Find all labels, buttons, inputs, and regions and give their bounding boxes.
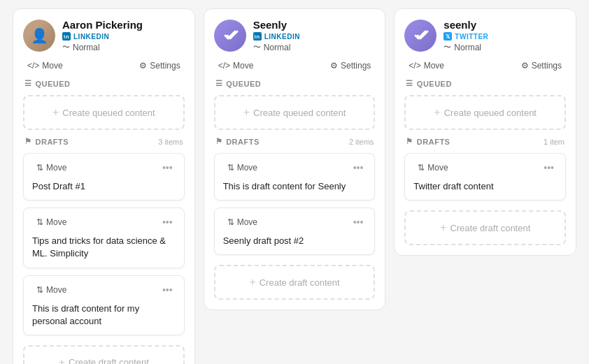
plus-icon: +	[434, 106, 440, 119]
status-badge: 〜 Normal	[443, 42, 488, 52]
queued-section-header: ☰ QUEUED	[404, 79, 566, 88]
drafts-label: ⚑ DRAFTS	[24, 137, 69, 146]
draft-content: Post Draft #1	[32, 180, 176, 193]
drafts-count: 2 items	[349, 138, 374, 146]
wave-icon: 〜	[62, 42, 70, 52]
move-arrows-icon: ⇅	[227, 217, 234, 227]
draft-card: ⇅ Move ••• Seenly draft post #2	[214, 208, 376, 255]
top-actions: </> Move ⚙ Settings	[404, 59, 566, 72]
draft-card: ⇅ Move ••• Twitter draft content	[404, 153, 566, 201]
draft-options-button[interactable]: •••	[541, 161, 557, 175]
queued-section-header: ☰ QUEUED	[23, 79, 185, 88]
move-button[interactable]: </> Move	[406, 59, 447, 72]
status-badge: 〜 Normal	[253, 42, 300, 52]
settings-icon: ⚙	[521, 61, 529, 71]
wave-icon: 〜	[253, 42, 261, 52]
draft-move-button[interactable]: ⇅ Move	[32, 161, 71, 174]
draft-move-button[interactable]: ⇅ Move	[32, 216, 71, 228]
avatar: 👤	[23, 20, 55, 52]
drafts-icon: ⚑	[24, 137, 32, 146]
plus-icon: +	[249, 276, 255, 289]
create-draft-label: + Create draft content	[59, 356, 149, 364]
create-draft-area[interactable]: + Create draft content	[404, 210, 566, 245]
profile-name: Aaron Pickering	[62, 19, 143, 31]
settings-button[interactable]: ⚙ Settings	[136, 59, 183, 72]
queued-icon: ☰	[406, 79, 413, 88]
draft-card-header: ⇅ Move •••	[32, 215, 176, 229]
create-queued-label: + Create queued content	[52, 106, 155, 119]
move-arrows-icon: ⇅	[36, 285, 43, 295]
plus-icon: +	[243, 106, 250, 119]
plus-icon: +	[440, 221, 446, 234]
create-queued-area[interactable]: + Create queued content	[214, 95, 376, 130]
draft-move-button[interactable]: ⇅ Move	[223, 216, 262, 228]
draft-card-header: ⇅ Move •••	[32, 283, 176, 297]
move-arrows-icon: ⇅	[36, 163, 43, 173]
settings-icon: ⚙	[330, 61, 338, 71]
create-queued-label: + Create queued content	[243, 106, 346, 119]
draft-move-button[interactable]: ⇅ Move	[223, 161, 262, 174]
draft-content: This is draft content for Seenly	[223, 180, 367, 193]
profile-info: Seenly in LINKEDIN 〜 Normal	[253, 19, 300, 52]
queued-label: ☰ QUEUED	[215, 79, 262, 88]
avatar	[214, 20, 246, 52]
column-seenly-twitter: seenly 𝕏 TWITTER 〜 Normal </> Move ⚙ Set…	[394, 8, 576, 256]
profile-info: Aaron Pickering in LINKEDIN 〜 Normal	[62, 19, 143, 52]
draft-options-button[interactable]: •••	[159, 283, 176, 297]
move-button[interactable]: </> Move	[215, 59, 257, 72]
drafts-count: 1 item	[544, 138, 565, 146]
move-arrows-icon: ⇅	[227, 163, 234, 173]
plus-icon: +	[59, 356, 65, 364]
create-draft-area[interactable]: + Create draft content	[23, 345, 185, 364]
drafts-label: ⚑ DRAFTS	[406, 137, 450, 146]
move-button[interactable]: </> Move	[24, 59, 66, 72]
settings-button[interactable]: ⚙ Settings	[518, 59, 565, 72]
draft-card-header: ⇅ Move •••	[223, 215, 367, 229]
draft-move-button[interactable]: ⇅ Move	[413, 161, 452, 174]
queued-section-header: ☰ QUEUED	[214, 79, 376, 88]
drafts-count: 3 items	[158, 138, 183, 146]
draft-card-header: ⇅ Move •••	[223, 161, 367, 175]
create-draft-label: + Create draft content	[249, 276, 339, 289]
draft-card-header: ⇅ Move •••	[413, 161, 557, 175]
create-queued-area[interactable]: + Create queued content	[404, 95, 566, 130]
drafts-section-header: ⚑ DRAFTS 3 items	[23, 137, 185, 146]
drafts-icon: ⚑	[215, 137, 223, 146]
move-arrows-icon: ⇅	[418, 163, 425, 173]
draft-options-button[interactable]: •••	[159, 215, 176, 229]
drafts-label: ⚑ DRAFTS	[215, 137, 260, 146]
draft-move-button[interactable]: ⇅ Move	[32, 284, 71, 296]
draft-card: ⇅ Move ••• This is draft content for my …	[23, 275, 185, 335]
profile-name: Seenly	[253, 19, 300, 31]
draft-options-button[interactable]: •••	[159, 161, 176, 175]
drafts-section-header: ⚑ DRAFTS 1 item	[404, 137, 566, 146]
linkedin-icon: in	[62, 32, 71, 41]
settings-button[interactable]: ⚙ Settings	[327, 59, 374, 72]
social-badge: 𝕏 TWITTER	[443, 32, 488, 41]
move-arrows-icon: ⇅	[36, 217, 43, 227]
linkedin-icon: in	[253, 32, 262, 41]
draft-content: This is draft content for my personal ac…	[32, 303, 176, 328]
column-seenly-linkedin: Seenly in LINKEDIN 〜 Normal </> Move ⚙ S…	[204, 8, 386, 310]
draft-options-button[interactable]: •••	[350, 161, 367, 175]
create-draft-area[interactable]: + Create draft content	[214, 265, 376, 300]
create-queued-area[interactable]: + Create queued content	[23, 95, 185, 130]
draft-options-button[interactable]: •••	[350, 215, 367, 229]
draft-card: ⇅ Move ••• Post Draft #1	[23, 153, 185, 201]
move-icon: </>	[27, 61, 39, 71]
plus-icon: +	[52, 106, 59, 119]
draft-content: Tips and tricks for data science & ML. S…	[32, 235, 176, 260]
social-badge: in LINKEDIN	[62, 32, 143, 41]
queued-label: ☰ QUEUED	[24, 79, 71, 88]
move-icon: </>	[218, 61, 230, 71]
queued-label: ☰ QUEUED	[406, 79, 452, 88]
avatar	[404, 20, 437, 52]
profile-header: 👤 Aaron Pickering in LINKEDIN 〜 Normal	[23, 19, 185, 52]
social-badge: in LINKEDIN	[253, 32, 300, 41]
wave-icon: 〜	[443, 42, 451, 52]
profile-header: Seenly in LINKEDIN 〜 Normal	[214, 19, 376, 52]
queued-icon: ☰	[24, 79, 32, 88]
create-draft-label: + Create draft content	[440, 221, 530, 234]
draft-content: Seenly draft post #2	[223, 235, 367, 247]
top-actions: </> Move ⚙ Settings	[214, 59, 376, 72]
